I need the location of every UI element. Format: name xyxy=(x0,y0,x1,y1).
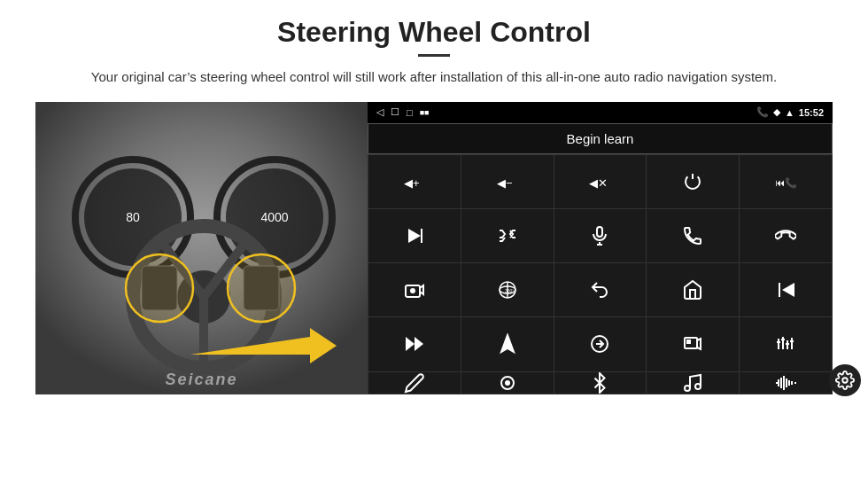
svg-text:◀✕: ◀✕ xyxy=(589,176,608,190)
svg-marker-34 xyxy=(406,337,415,351)
begin-learn-button[interactable]: Begin learn xyxy=(368,123,833,154)
home-nav-icon[interactable]: ☐ xyxy=(391,106,399,118)
vol-down-button[interactable]: ◀− xyxy=(461,155,554,208)
vol-mute-button[interactable]: ◀✕ xyxy=(554,155,647,208)
svg-marker-35 xyxy=(415,337,423,351)
music-button[interactable] xyxy=(647,372,739,394)
fast-forward-button[interactable] xyxy=(368,317,461,371)
phone-end-button[interactable] xyxy=(740,209,832,262)
equalizer-button[interactable] xyxy=(740,317,832,371)
time-display: 15:52 xyxy=(799,107,824,118)
svg-marker-22 xyxy=(408,229,421,243)
status-left: ◁ ☐ □ ■■ xyxy=(376,106,430,118)
shuffle-next-button[interactable] xyxy=(461,209,554,262)
prev-phone-button[interactable]: ⏮📞 xyxy=(740,155,832,208)
recent-nav-icon[interactable]: □ xyxy=(407,107,413,118)
svg-rect-24 xyxy=(597,227,602,237)
page-wrapper: Steering Wheel Control Your original car… xyxy=(0,0,868,403)
svg-text:360°: 360° xyxy=(505,288,514,293)
notification-icon: ■■ xyxy=(420,108,430,117)
svg-text:4000: 4000 xyxy=(260,210,288,224)
steering-bg: 80 4000 xyxy=(35,102,368,394)
gear-icon-container xyxy=(829,364,861,396)
360-button[interactable]: 360° xyxy=(461,263,554,316)
status-right: 📞 ◆ ▲ 15:52 xyxy=(756,106,824,118)
back-button[interactable] xyxy=(554,263,647,316)
status-bar: ◁ ☐ □ ■■ 📞 ◆ ▲ 15:52 xyxy=(368,102,833,123)
page-container: Steering Wheel Control Your original car… xyxy=(0,0,868,403)
pen-button[interactable] xyxy=(368,372,461,394)
location-icon: ◆ xyxy=(773,106,780,118)
gear-icon xyxy=(835,371,855,390)
next-track-button[interactable] xyxy=(368,209,461,262)
steering-wheel-image: 80 4000 xyxy=(35,102,368,394)
skip-back-button[interactable] xyxy=(740,263,832,316)
bluetooth-button[interactable] xyxy=(554,372,647,394)
eject-button[interactable] xyxy=(554,317,647,371)
svg-point-16 xyxy=(228,254,295,322)
svg-rect-23 xyxy=(421,229,422,243)
wifi-status-icon: ▲ xyxy=(785,107,794,118)
page-title: Steering Wheel Control xyxy=(35,16,833,49)
content-row: 80 4000 xyxy=(35,102,833,394)
navigate-button[interactable] xyxy=(461,317,554,371)
svg-marker-36 xyxy=(501,335,514,352)
svg-text:80: 80 xyxy=(126,210,140,224)
page-subtitle: Your original car’s steering wheel contr… xyxy=(35,67,833,88)
svg-text:◀−: ◀− xyxy=(497,176,513,190)
phone-call-button[interactable] xyxy=(647,209,739,262)
svg-rect-32 xyxy=(779,283,780,297)
power-button[interactable] xyxy=(647,155,739,208)
settings-round-button[interactable] xyxy=(461,372,554,394)
media-button[interactable] xyxy=(647,317,739,371)
home-button[interactable] xyxy=(647,263,739,316)
svg-point-60 xyxy=(842,378,848,383)
svg-text:◀+: ◀+ xyxy=(404,176,420,190)
seicane-watermark: Seicane xyxy=(165,371,237,389)
android-panel: ◁ ☐ □ ■■ 📞 ◆ ▲ 15:52 Begin learn xyxy=(368,102,833,394)
svg-text:⏮📞: ⏮📞 xyxy=(775,176,796,189)
svg-marker-26 xyxy=(420,285,423,294)
svg-point-50 xyxy=(685,386,690,391)
phone-status-icon: 📞 xyxy=(756,106,769,118)
camera-button[interactable] xyxy=(368,263,461,316)
back-nav-icon[interactable]: ◁ xyxy=(376,106,384,118)
button-grid: ◀+ ◀− ◀✕ ⏮📞 xyxy=(368,154,833,394)
title-divider xyxy=(418,54,450,57)
svg-point-49 xyxy=(506,381,509,385)
waveform-button[interactable] xyxy=(740,372,832,394)
svg-marker-33 xyxy=(782,283,794,297)
svg-point-15 xyxy=(126,254,193,322)
svg-point-51 xyxy=(695,384,701,389)
gear-settings-button[interactable] xyxy=(829,364,861,396)
vol-up-button[interactable]: ◀+ xyxy=(368,155,461,208)
svg-rect-39 xyxy=(687,340,690,343)
mic-button[interactable] xyxy=(554,209,647,262)
dashboard-svg: 80 4000 xyxy=(35,102,368,394)
svg-point-27 xyxy=(411,289,415,293)
